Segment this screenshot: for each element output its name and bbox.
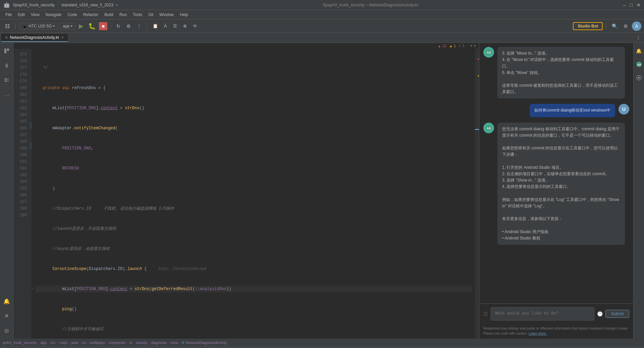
device-manager-button[interactable]: ⟲ <box>191 22 199 30</box>
chat-panel: AS 3. 选择 "Move to..." 选项。 4. 在 "Move to"… <box>479 43 633 339</box>
fold-all-btn[interactable]: ∧ ∨ <box>470 44 476 48</box>
code-content[interactable]: */ private val refreshDns = { mList[POSI… <box>32 49 475 339</box>
chat-input-field[interactable] <box>491 307 594 321</box>
vcs-button[interactable]: Ā <box>162 22 169 30</box>
sidebar-icon-git-right[interactable] <box>634 72 644 83</box>
sync-button[interactable]: ↻ <box>114 22 122 30</box>
sidebar-icon-terminal[interactable]: ⊞ <box>1 325 12 336</box>
breadcrumb-main[interactable]: main <box>59 341 67 345</box>
stop-button[interactable]: ■ <box>99 22 107 30</box>
breadcrumb-java[interactable]: java <box>71 341 78 345</box>
chat-message-bot-2: AS 您无法将 commit dialog 移动到工具窗口中。commit di… <box>483 123 629 245</box>
search-button[interactable]: 🔍 <box>610 22 620 30</box>
sidebar-icon-studio-bot-right[interactable]: AS <box>634 59 644 70</box>
menu-git[interactable]: Git <box>146 11 156 18</box>
chat-messages: AS 3. 选择 "Move to..." 选项。 4. 在 "Move to"… <box>479 43 633 303</box>
menu-tools[interactable]: Tools <box>130 11 145 18</box>
breadcrumb-project[interactable]: ayAS_trunk_security <box>3 341 37 345</box>
maximize-button[interactable]: □ <box>630 2 633 8</box>
menu-build[interactable]: Build <box>102 11 116 18</box>
project-branch-1[interactable]: SpayAS_trunk_security <box>13 3 55 7</box>
tab-network-diagnosis[interactable]: K NetworkDiagnosisActivity.kt ✕ <box>1 34 68 42</box>
menu-refactor[interactable]: Refactor <box>80 11 101 18</box>
project-branch-2[interactable]: standard_v316_new_5_2023 <box>61 3 113 7</box>
breadcrumb-cn[interactable]: cn <box>82 341 86 345</box>
code-line-186: → mList[POSITION_DNS].content = strDns(g… <box>36 286 472 292</box>
svg-rect-3 <box>8 26 9 28</box>
title-bar-right: – □ ✕ <box>623 2 641 8</box>
bot-message-bubble-2: 您无法将 commit dialog 移动到工具窗口中。commit dialo… <box>497 123 625 245</box>
settings-button[interactable]: ⚙ <box>622 22 630 30</box>
menu-code[interactable]: Code <box>65 11 80 18</box>
code-line-182: //Dispatchers.IO 子线程, 适合执行磁盘或网络 I/O操作 <box>36 205 472 212</box>
code-line-177: mList[POSITION_DNS].content = strDns() <box>36 105 472 112</box>
learn-more-link[interactable]: Learn more. <box>529 332 547 335</box>
code-line-181: ) <box>36 185 472 192</box>
title-bar: 🤖 SpayAS_trunk_security › standard_v316_… <box>0 0 644 10</box>
bot-message-bubble-1: 3. 选择 "Move to..." 选项。 4. 在 "Move to" 对话… <box>497 47 625 98</box>
toolbar-separator-4 <box>606 23 606 29</box>
device-selector[interactable]: 📱 HTC U20 5G ▾ <box>19 23 58 29</box>
menu-run[interactable]: Run <box>117 11 129 18</box>
toolbar-separator-3 <box>147 23 147 29</box>
profile-button[interactable]: ⊕ <box>181 22 189 30</box>
submit-button[interactable]: Submit <box>605 310 629 318</box>
menu-navigate[interactable]: Navigate <box>43 11 64 18</box>
sidebar-icon-notifications-right[interactable]: 🔔 <box>634 46 644 56</box>
breadcrumb-activity[interactable]: activity <box>136 341 147 345</box>
breadcrumb-file[interactable]: NetworkDiagnosisActivity <box>186 341 227 345</box>
more-actions-button[interactable]: ⋮ <box>135 22 144 30</box>
account-button[interactable]: A <box>632 21 641 31</box>
breadcrumb-view[interactable]: view <box>171 341 178 345</box>
app-dropdown-icon: ▾ <box>71 24 72 28</box>
breadcrumb-diagnosis[interactable]: diagnosis <box>151 341 167 345</box>
settings-ide-button[interactable]: ⚙ <box>124 22 133 30</box>
bookmarks-button[interactable]: ☰ <box>171 22 179 30</box>
menu-edit[interactable]: Edit <box>15 11 28 18</box>
copy-path-button[interactable]: 📋 <box>151 22 160 30</box>
breadcrumb-app[interactable]: app <box>41 341 47 345</box>
tab-label: NetworkDiagnosisActivity.kt <box>10 35 59 40</box>
svg-rect-9 <box>5 78 6 80</box>
tab-bar-actions: ⋮ <box>634 34 643 42</box>
toolbar: 📱 HTC U20 5G ▾ app ▾ ▶ 🐛 ■ ↻ ⚙ ⋮ 📋 Ā ☰ ⊕… <box>0 19 644 33</box>
close-button[interactable]: ✕ <box>637 2 641 8</box>
code-container[interactable]: 175 176 177 178 179 180 181 182 183 184 … <box>13 49 479 339</box>
tab-close-icon[interactable]: ✕ <box>61 36 64 39</box>
svg-text:AS: AS <box>487 127 491 130</box>
studio-bot-button[interactable]: Studio Bot <box>573 22 603 30</box>
svg-rect-5 <box>7 49 9 51</box>
menu-help[interactable]: Help <box>177 11 191 18</box>
dropdown-icon[interactable]: ▾ <box>116 3 118 7</box>
minimize-button[interactable]: – <box>623 2 626 8</box>
breadcrumb-src[interactable]: src <box>51 341 56 345</box>
project-widget-button[interactable] <box>3 22 12 30</box>
right-sidebar: 🔔 AS <box>633 43 644 339</box>
run-button[interactable]: ▶ <box>77 22 85 30</box>
menu-view[interactable]: View <box>28 11 42 18</box>
debug-button[interactable]: 🐛 <box>87 22 97 30</box>
sidebar-icon-notifications[interactable]: 🔔 <box>1 296 12 306</box>
scroll-marker-warning <box>478 75 479 76</box>
menu-window[interactable]: Window <box>157 11 176 18</box>
sidebar-icon-structure[interactable] <box>1 75 12 86</box>
sidebar-icon-more[interactable]: ⋯ <box>1 90 12 100</box>
toolbar-separator-1 <box>15 23 16 29</box>
breadcrumb-ui[interactable]: ui <box>129 341 132 345</box>
code-line-184: //async是同步，会阻塞主线程 <box>36 246 472 252</box>
sidebar-icon-commit[interactable] <box>1 60 12 71</box>
sidebar-icon-project[interactable] <box>1 46 12 56</box>
window-title: SpayAS_trunk_security – NetworkDiagnosis… <box>323 3 418 7</box>
split-editor-button[interactable]: ⋮ <box>634 34 643 42</box>
sidebar-icon-git-pushpull[interactable] <box>1 310 12 321</box>
breadcrumb-swiftpass[interactable]: swiftpass <box>90 341 105 345</box>
code-line-178: mAdapter.notifyItemChanged( <box>36 125 472 132</box>
app-icon: 🤖 <box>3 2 10 8</box>
breadcrumb-enterprise[interactable]: enterprise <box>109 341 125 345</box>
phone-icon: 📱 <box>22 24 27 28</box>
chat-message-user-1: 如何将commit dialog移动至tool windows中 U <box>483 104 629 117</box>
user-avatar-1: U <box>619 104 629 115</box>
menu-bar: File Edit View Navigate Code Refactor Bu… <box>0 10 644 19</box>
app-selector[interactable]: app ▾ <box>60 23 75 29</box>
menu-file[interactable]: File <box>3 11 14 18</box>
